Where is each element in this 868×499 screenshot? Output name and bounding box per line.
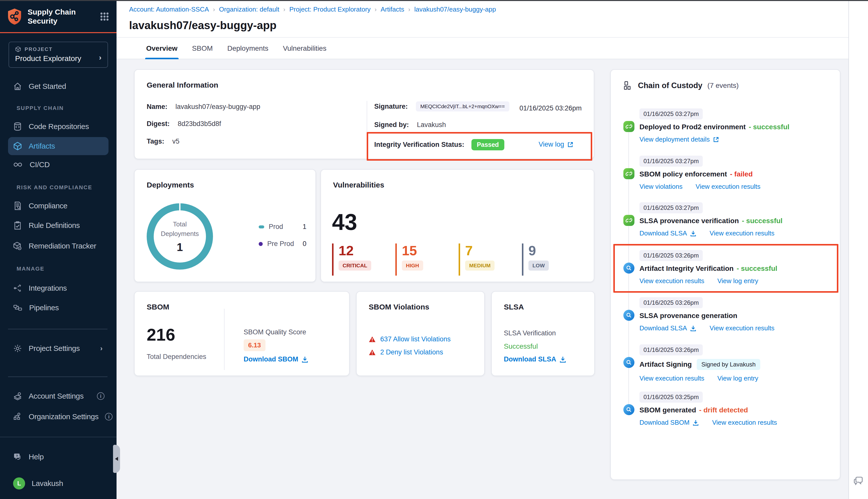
slsa-status: Successful [504,342,538,350]
event-timestamp: 01/16/2025 03:27pm [639,108,703,120]
download-slsa-link[interactable]: Download SLSA [639,229,697,237]
account-settings-info-icon[interactable]: i [97,392,105,400]
legend-item-prod: Prod 1 [259,223,306,231]
sidebar-rule_definitions: Rule Definitions [29,221,80,230]
sidebar-item-help[interactable]: ? Help [8,448,108,465]
vulnerabilities-severities-3-count: 9 [528,243,549,257]
vulnerabilities-card: Vulnerabilities 43 12 CRITICAL 15 HIGH 7… [321,169,594,282]
deny-list-violations-link[interactable]: 2 Deny list Violations [380,349,443,356]
page-header: Account: Automation-SSCA › Organization:… [117,1,848,59]
sidebar-header: Supply Chain Security [0,1,117,33]
general-signature_label: Signature: [374,103,408,110]
user-avatar: L [13,477,25,489]
breadcrumb-current[interactable]: lavakush07/easy-buggy-app [414,5,496,13]
coc-events-2-links-1: View execution results [710,229,774,237]
signed-by-badge: Signed by Lavakush [697,359,760,370]
download-slsa-link[interactable]: Download SLSA [504,355,566,363]
deployments-total: 1 [177,241,183,254]
view-violations-link[interactable]: View violations [639,183,683,191]
slsa-download: Download SLSA [504,355,556,363]
chain-of-custody-title: Chain of Custody [638,81,702,90]
download-sbom-link[interactable]: Download SBOM [244,355,309,363]
sbom-quality-label: SBOM Quality Score [244,328,306,336]
sidebar-item-get-started[interactable]: Get Started [8,78,108,95]
view-execution-results-link[interactable]: View execution results [639,375,704,382]
view-execution-results-link[interactable]: View execution results [712,419,777,426]
sidebar-item-compliance[interactable]: Compliance [8,197,108,214]
view-execution-results-link[interactable]: View execution results [710,229,774,237]
sidebar-item-project-settings[interactable]: Project Settings › [8,340,108,357]
general-tags_label: Tags: [147,137,164,145]
slsa-verification-event-icon [623,215,635,226]
coc-events-2-links-0: Download SLSA [639,229,687,237]
sidebar-item-remediation-tracker[interactable]: Remediation Tracker [8,238,108,255]
view-log-entry-link[interactable]: View log entry [717,375,758,382]
vulnerabilities-severities-2-label: MEDIUM [465,260,495,271]
chat-help-icon[interactable] [853,475,865,487]
tab-overview[interactable]: Overview [146,38,178,59]
download-sbom-link[interactable]: Download SBOM [639,419,699,426]
breadcrumb-account[interactable]: Account: Automation-SSCA [129,5,209,13]
view-execution-results-link[interactable]: View execution results [710,324,774,332]
sidebar-item-integrations[interactable]: Integrations [8,280,108,297]
sidebar-item-pipelines[interactable]: Pipelines [8,299,108,316]
sidebar-collapse-handle[interactable] [113,445,120,473]
supply-chain-security-logo-icon [7,8,22,25]
general-name: lavakush07/easy-buggy-app [176,103,261,111]
coc-events-1-links-0: View violations [639,183,683,191]
sidebar-item-code-repositories[interactable]: Code Repositories [8,118,108,135]
allow-list-violations-link[interactable]: 637 Allow list Violations [380,335,450,343]
collapse-arrow-icon [115,457,118,461]
sidebar-item-user[interactable]: L Lavakush [8,475,108,492]
tab-sbom[interactable]: SBOM [192,38,213,59]
sidebar-divider-1 [8,329,108,329]
sidebar-app_title_line2: Security [28,16,76,26]
general-signed_by: Lavakush [417,121,446,129]
sidebar-item-account-settings[interactable]: Account Settings i [8,388,108,405]
sidebar-cicd: CI/CD [29,160,50,169]
name-row: Name: lavakush07/easy-buggy-app [147,103,260,111]
breadcrumb-organization[interactable]: Organization: default [219,5,279,13]
tabs-sbom: SBOM [192,45,213,52]
tab-deployments[interactable]: Deployments [227,38,268,59]
view-execution-results-link[interactable]: View execution results [696,183,760,191]
breadcrumb: Account: Automation-SSCA › Organization:… [129,5,496,13]
sidebar-item-rule-definitions[interactable]: Rule Definitions [8,217,108,234]
sidebar-item-organization-settings[interactable]: Organization Settings i [8,408,108,425]
download-slsa-link[interactable]: Download SLSA [639,324,697,332]
sbom-violations-card: SBOM Violations 637 Allow list Violation… [356,291,485,376]
event-title: Deployed to Prod2 environment [639,123,746,131]
deny-list-violations-row: 2 Deny list Violations [369,349,443,356]
general-name_label: Name: [147,103,168,111]
home-icon [13,82,22,91]
deployments-title: Deployments [147,181,194,189]
download-icon [690,230,697,237]
sbom-card: SBOM 216 Total Dependencies SBOM Quality… [134,291,350,376]
breadcrumb-project[interactable]: Project: Product Exploratory [289,5,371,13]
sidebar-item-cicd[interactable]: CI/CD [8,156,108,173]
artifacts-cube-icon [13,142,22,150]
vulnerabilities-severities-1-label: HIGH [402,260,423,271]
sidebar-compliance: Compliance [29,202,67,210]
coc-events-4-links-1: View execution results [710,324,774,332]
vulnerabilities-title: Vulnerabilities [333,181,384,189]
sidebar-code_repositories: Code Repositories [29,122,89,131]
project-selector[interactable]: PROJECT Product Exploratory › [9,42,108,68]
vulnerabilities-severities-2-count: 7 [465,243,495,257]
severity-high: 15 HIGH [395,243,423,276]
vulnerabilities-severities-1-count: 15 [402,243,423,257]
project-name: Product Exploratory [15,54,101,63]
pipelines-icon [13,303,23,312]
breadcrumb-artifacts[interactable]: Artifacts [381,5,405,13]
event-title: SLSA provenance verification [639,217,739,225]
warning-icon [369,349,376,356]
organization-settings-info-icon[interactable]: i [105,413,112,421]
tab-vulnerabilities[interactable]: Vulnerabilities [283,38,326,59]
coc-events-4-links-0: Download SLSA [639,324,687,332]
annotation-box-integrity-status [367,132,592,161]
chain-of-custody-icon [623,81,633,90]
module-grid-icon[interactable] [99,12,109,22]
sidebar-item-artifacts[interactable]: Artifacts [8,137,108,155]
view-deployment-details-link[interactable]: View deployment details [639,135,719,143]
coc-event-slsa-generation: 01/16/2025 03:26pm SLSA provenance gener… [639,297,831,332]
